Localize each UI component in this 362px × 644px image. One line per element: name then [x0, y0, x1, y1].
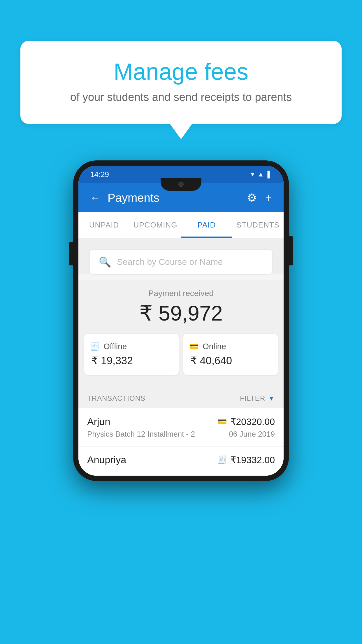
- transactions-label: TRANSACTIONS: [87, 394, 145, 402]
- phone-mockup: 14:29 ▾ ▲ ▌ ← Payments ⚙ +: [73, 160, 289, 481]
- search-icon: 🔍: [99, 256, 111, 268]
- search-bar[interactable]: 🔍 Search by Course or Name: [90, 250, 272, 274]
- payment-cards: 🧾 Offline ₹ 19,332 💳 Online ₹ 40,640: [84, 334, 278, 375]
- offline-amount: ₹ 19,332: [90, 355, 133, 367]
- tab-students[interactable]: STUDENTS: [232, 212, 284, 238]
- card-payment-icon: 💳: [217, 417, 227, 426]
- amount-block: 🧾 ₹19332.00: [217, 454, 275, 466]
- table-row[interactable]: Anupriya 🧾 ₹19332.00: [78, 447, 284, 476]
- header-left: ← Payments: [90, 191, 159, 204]
- phone-notch: [161, 178, 201, 191]
- back-button[interactable]: ←: [90, 192, 101, 204]
- course-name: Physics Batch 12 Installment - 2: [87, 430, 195, 439]
- transaction-amount: ₹20320.00: [230, 416, 275, 427]
- student-name: Anupriya: [87, 454, 126, 466]
- online-payment-card: 💳 Online ₹ 40,640: [183, 334, 278, 375]
- student-name: Arjun: [87, 416, 110, 427]
- tab-unpaid[interactable]: UNPAID: [78, 212, 130, 238]
- offline-icon: 🧾: [90, 342, 99, 351]
- tabs-container: UNPAID UPCOMING PAID STUDENTS: [78, 212, 284, 238]
- payment-total-amount: ₹ 59,972: [84, 301, 278, 326]
- wifi-icon: ▾: [251, 171, 254, 178]
- phone-frame: 14:29 ▾ ▲ ▌ ← Payments ⚙ +: [73, 160, 289, 481]
- online-label: Online: [203, 342, 226, 351]
- bubble-subtitle: of your students and send receipts to pa…: [44, 91, 318, 104]
- tab-upcoming[interactable]: UPCOMING: [130, 212, 181, 238]
- transaction-date: 06 June 2019: [229, 430, 275, 439]
- online-icon: 💳: [189, 342, 198, 351]
- status-time: 14:29: [90, 170, 109, 179]
- transactions-header: TRANSACTIONS FILTER ▼: [78, 387, 284, 408]
- offline-label: Offline: [103, 342, 127, 351]
- filter-button[interactable]: FILTER ▼: [240, 394, 275, 402]
- header-right: ⚙ +: [247, 191, 272, 204]
- transaction-list: Arjun 💳 ₹20320.00 Physics Batch 12 Insta…: [78, 408, 284, 476]
- transaction-amount: ₹19332.00: [230, 454, 275, 466]
- cash-payment-icon: 🧾: [217, 455, 227, 464]
- search-input[interactable]: Search by Course or Name: [117, 257, 223, 267]
- phone-screen: 14:29 ▾ ▲ ▌ ← Payments ⚙ +: [78, 166, 284, 476]
- filter-label: FILTER: [240, 394, 265, 402]
- amount-block: 💳 ₹20320.00: [217, 416, 275, 427]
- bubble-title: Manage fees: [44, 58, 318, 85]
- table-row[interactable]: Arjun 💳 ₹20320.00 Physics Batch 12 Insta…: [78, 408, 284, 447]
- add-button[interactable]: +: [266, 192, 272, 204]
- signal-icon: ▲: [258, 171, 264, 178]
- settings-icon[interactable]: ⚙: [247, 191, 257, 204]
- speech-bubble: Manage fees of your students and send re…: [20, 41, 342, 124]
- speech-bubble-container: Manage fees of your students and send re…: [20, 41, 342, 124]
- battery-icon: ▌: [267, 171, 272, 178]
- online-amount: ₹ 40,640: [189, 355, 232, 367]
- filter-icon: ▼: [268, 395, 275, 402]
- page-title: Payments: [108, 191, 159, 204]
- camera-dot: [178, 182, 184, 187]
- payment-received-label: Payment received: [84, 289, 278, 298]
- payment-summary: Payment received ₹ 59,972 🧾 Offline ₹ 19…: [78, 280, 284, 387]
- status-icons: ▾ ▲ ▌: [251, 171, 272, 178]
- offline-payment-card: 🧾 Offline ₹ 19,332: [84, 334, 179, 375]
- tab-paid[interactable]: PAID: [181, 212, 232, 238]
